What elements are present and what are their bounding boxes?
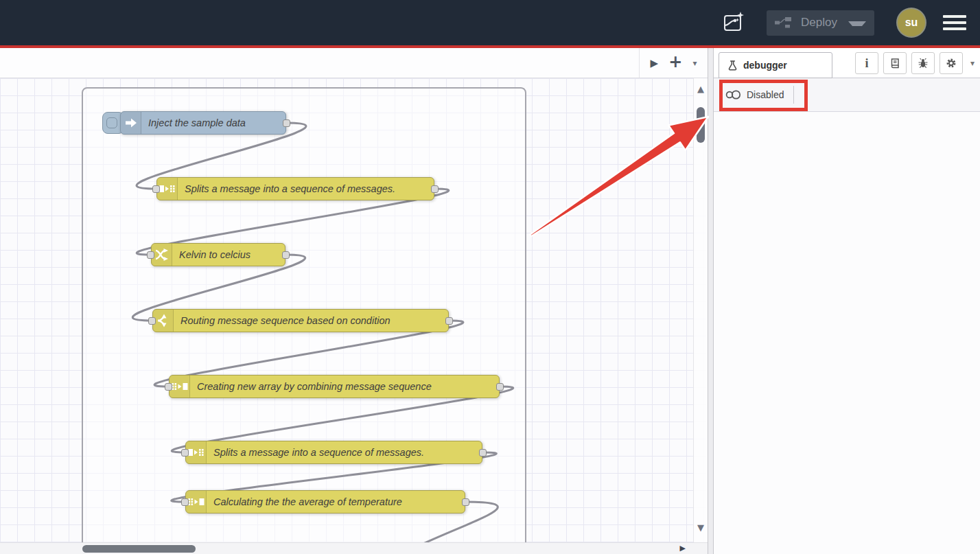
tab-debugger-label: debugger	[743, 60, 787, 71]
scroll-right-icon[interactable]: ▶	[680, 544, 686, 553]
sidebar-tab-bar: debugger i	[714, 48, 980, 78]
help-panel-button[interactable]	[883, 52, 907, 74]
node-split-1[interactable]: Splits a message into a sequence of mess…	[156, 177, 434, 200]
user-avatar[interactable]: su	[898, 9, 925, 36]
avatar-initials: su	[905, 16, 918, 29]
input-port[interactable]	[148, 317, 156, 325]
config-nodes-button[interactable]	[940, 52, 963, 74]
horizontal-scrollbar-thumb[interactable]	[82, 545, 196, 553]
hamburger-icon	[943, 15, 966, 18]
node-inject[interactable]: Inject the sample data	[120, 111, 286, 135]
input-port[interactable]	[147, 251, 154, 259]
scroll-up-icon[interactable]: ▲	[694, 84, 708, 94]
switch-icon	[153, 310, 174, 332]
node-join-2[interactable]: Calculating the the average of temperatu…	[185, 490, 465, 513]
sidebar-panel-buttons: i	[855, 52, 975, 74]
tab-debugger[interactable]: debugger	[719, 52, 832, 78]
scroll-tabs-right-button[interactable]: ▶	[651, 57, 659, 69]
gear-icon	[946, 58, 957, 69]
toggle-off-icon	[725, 90, 741, 100]
flow-tab-controls: ▶ + ▾	[639, 48, 708, 78]
debug-panel-content	[714, 112, 980, 553]
deploy-button-label: Deploy	[801, 16, 837, 30]
node-label: Creating new array by combining message …	[190, 376, 499, 397]
node-label: Kelvin to celcius	[172, 244, 285, 266]
deploy-nodes-icon	[775, 16, 793, 29]
node-red-app: Deploy su ▶ + ▾	[0, 0, 980, 554]
input-port[interactable]	[181, 498, 189, 506]
join-icon	[186, 491, 207, 513]
output-port[interactable]	[282, 251, 290, 259]
debug-toolbar: Disabled	[714, 78, 980, 112]
flow-tab-bar: ▶ + ▾	[0, 48, 708, 78]
sidebar: debugger i	[714, 48, 980, 554]
output-port[interactable]	[462, 498, 469, 506]
node-label: Calculating the the average of temperatu…	[207, 491, 465, 513]
disabled-label: Disabled	[747, 89, 784, 100]
node-label: Splits a message into a sequence of mess…	[178, 178, 434, 200]
input-port[interactable]	[152, 185, 160, 193]
change-icon	[152, 244, 172, 266]
input-port[interactable]	[181, 449, 189, 457]
inject-icon	[121, 112, 141, 134]
join-icon	[170, 376, 190, 397]
main-menu-button[interactable]	[943, 12, 966, 34]
node-label: Routing message sequence based on condit…	[174, 310, 448, 332]
info-icon: i	[865, 56, 868, 71]
output-port[interactable]	[431, 185, 439, 193]
ai-flow-assistant-button[interactable]	[720, 9, 747, 36]
info-panel-button[interactable]: i	[855, 52, 878, 74]
flow-sparkle-icon	[721, 10, 746, 35]
header-red-underline	[0, 45, 980, 48]
header-bar: Deploy su	[0, 0, 980, 45]
sidebar-expand-chevron-icon[interactable]: ▾	[970, 58, 975, 68]
add-flow-button[interactable]: +	[668, 52, 682, 71]
sidebar-splitter[interactable]	[708, 48, 714, 554]
output-port[interactable]	[479, 449, 487, 457]
deploy-button[interactable]: Deploy	[767, 10, 874, 36]
node-label: Inject the sample data	[141, 112, 285, 134]
flow-canvas[interactable]: Inject the sample data Splits a message …	[0, 78, 708, 542]
bug-icon	[918, 58, 929, 69]
vertical-scrollbar-thumb[interactable]	[697, 107, 705, 143]
node-label: Splits a message into a sequence of mess…	[207, 441, 482, 463]
flow-list-chevron-button[interactable]: ▾	[692, 58, 697, 68]
canvas-horizontal-scrollbar[interactable]: ▶	[0, 542, 708, 554]
input-port[interactable]	[165, 383, 172, 391]
output-port[interactable]	[445, 317, 453, 325]
node-join-1[interactable]: Creating new array by combining message …	[169, 375, 500, 398]
node-switch[interactable]: Routing message sequence based on condit…	[152, 309, 449, 332]
canvas-vertical-scrollbar[interactable]: ▲ ▼	[693, 78, 708, 542]
book-icon	[889, 58, 900, 69]
node-split-2[interactable]: Splits a message into a sequence of mess…	[185, 441, 482, 464]
output-port[interactable]	[496, 383, 504, 391]
debug-disabled-toggle[interactable]: Disabled	[725, 89, 784, 100]
debug-panel-button[interactable]	[911, 52, 935, 74]
scroll-down-icon[interactable]: ▼	[694, 522, 708, 533]
split-icon	[157, 178, 178, 200]
workspace-area: ▶ + ▾	[0, 48, 708, 554]
flask-icon	[727, 60, 738, 71]
deploy-options-chevron-icon[interactable]	[848, 21, 866, 26]
output-port[interactable]	[283, 119, 290, 127]
split-icon	[186, 441, 207, 463]
node-change[interactable]: Kelvin to celcius	[151, 243, 285, 266]
toolbar-separator	[793, 86, 794, 104]
